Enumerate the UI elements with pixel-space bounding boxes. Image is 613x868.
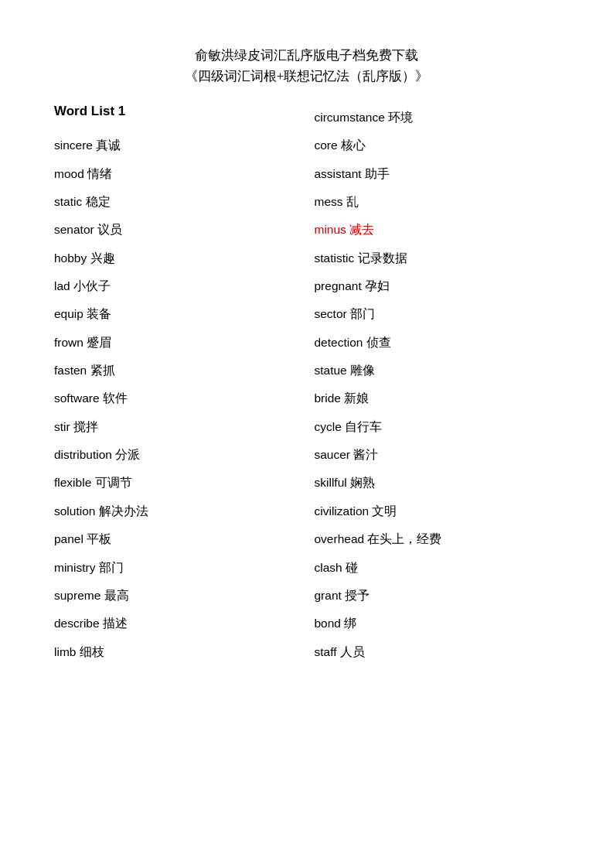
list-item: panel 平板 [54, 525, 299, 553]
list-item: ministry 部门 [54, 554, 299, 582]
list-item: mood 情绪 [54, 160, 299, 188]
list-item: saucer 酱汁 [315, 441, 560, 469]
list-item: distribution 分派 [54, 441, 299, 469]
list-item: describe 描述 [54, 610, 299, 637]
right-header-item: circumstance 环境 [315, 104, 560, 132]
list-item: statue 雕像 [315, 357, 560, 384]
list-item: cycle 自行车 [315, 413, 560, 441]
list-item: flexible 可调节 [54, 469, 299, 497]
list-item: sincere 真诚 [54, 132, 299, 159]
list-item: clash 碰 [315, 554, 560, 582]
list-item: fasten 紧抓 [54, 357, 299, 384]
list-item: grant 授予 [315, 582, 560, 610]
list-item: skillful 娴熟 [315, 469, 560, 497]
list-item: bride 新娘 [315, 384, 560, 412]
list-item: civilization 文明 [315, 497, 560, 525]
list-item: software 软件 [54, 384, 299, 412]
list-item: static 稳定 [54, 188, 299, 216]
list-item: detection 侦查 [315, 329, 560, 357]
list-item: supreme 最高 [54, 582, 299, 610]
list-item: bond 绑 [315, 610, 560, 637]
list-item: equip 装备 [54, 300, 299, 328]
list-item: mess 乱 [315, 188, 560, 216]
header-line1: 俞敏洪绿皮词汇乱序版电子档免费下载 [54, 46, 559, 64]
header-line2: 《四级词汇词根+联想记忆法（乱序版）》 [54, 67, 559, 85]
list-item: sector 部门 [315, 300, 560, 328]
list-item: stir 搅拌 [54, 413, 299, 441]
list-item: hobby 兴趣 [54, 244, 299, 272]
list-item: pregnant 孕妇 [315, 272, 560, 300]
list-item: minus 减去 [315, 216, 560, 244]
word-grid: sincere 真诚core 核心mood 情绪assistant 助手stat… [54, 132, 559, 666]
list-item: core 核心 [315, 132, 560, 159]
word-list-title: Word List 1 [54, 104, 299, 125]
list-item: statistic 记录数据 [315, 244, 560, 272]
list-item: overhead 在头上，经费 [315, 525, 560, 553]
page-header: 俞敏洪绿皮词汇乱序版电子档免费下载 《四级词汇词根+联想记忆法（乱序版）》 [54, 46, 559, 85]
list-item: senator 议员 [54, 216, 299, 244]
list-item: limb 细枝 [54, 638, 299, 666]
list-item: staff 人员 [315, 638, 560, 666]
list-item: lad 小伙子 [54, 272, 299, 300]
list-item: frown 蹙眉 [54, 329, 299, 357]
list-item: assistant 助手 [315, 160, 560, 188]
list-item: solution 解决办法 [54, 497, 299, 525]
